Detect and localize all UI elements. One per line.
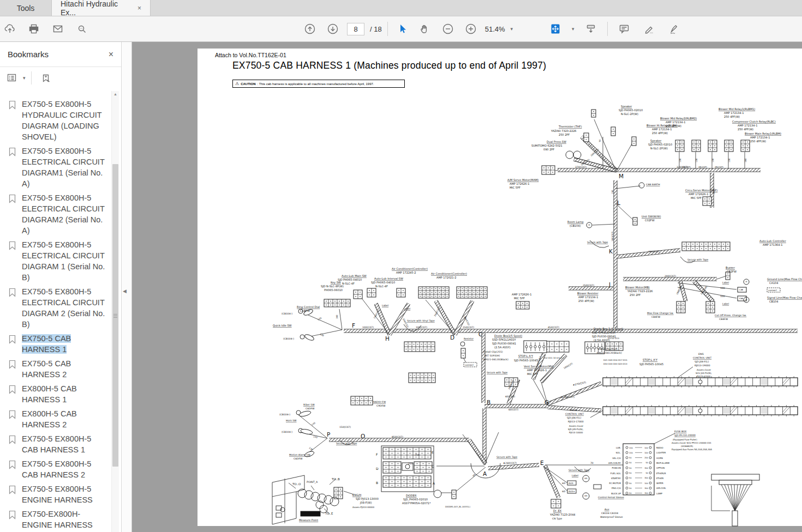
svg-text:★260(C07): ★260(C07)	[503, 462, 517, 464]
svg-text:B: B	[376, 481, 378, 485]
zoom-caret-icon[interactable]: ▾	[511, 26, 513, 32]
bookmarks-scrollbar[interactable]: ▲	[111, 91, 119, 532]
bookmark-item[interactable]: EX750-5 EX800H-5 ENGINE HARNESS	[0, 483, 110, 505]
svg-text:Secure with Tape: Secure with Tape	[587, 241, 608, 244]
svg-text:Label: Label	[382, 304, 388, 307]
svg-text:TO..O: TO..O	[292, 482, 301, 486]
page-number-input[interactable]: 8	[347, 23, 364, 35]
page-down-button[interactable]	[324, 20, 342, 38]
bookmark-item[interactable]: EX750-5 CAB HARNESS 2	[0, 358, 110, 380]
bookmark-item[interactable]: EX750-5 EX800H-5 ELECTRICAL CIRCUIT DIAG…	[0, 146, 110, 189]
svg-text:Measure Point: Measure Point	[299, 518, 318, 522]
svg-text:30A: 30A	[644, 477, 648, 479]
fit-page-button[interactable]	[547, 20, 564, 38]
fit-page-caret-icon[interactable]: ▾	[572, 26, 574, 32]
bookmark-item[interactable]: EX750-5 EX800H-5 ELECTRICAL CIRCUIT DIAG…	[0, 286, 110, 330]
svg-text:ETHER/R: ETHER/R	[656, 472, 666, 475]
svg-text:160: 160	[744, 158, 747, 162]
sidebar-divider	[31, 71, 32, 84]
pdf-page: Attach to Vol.No.TT162E-01 EX750-5 CAB H…	[197, 49, 802, 526]
bookmark-item[interactable]: EX800H-5 CAB HARNESS 1	[0, 383, 110, 405]
tab-close-icon[interactable]: ×	[137, 4, 141, 12]
caution-text: : This cab harness is applicable to all …	[258, 82, 374, 86]
svg-text:M: M	[589, 224, 590, 226]
svg-text:C9DFW: C9DFW	[376, 404, 386, 407]
svg-text:Air Conditioner(Controller): Air Conditioner(Controller)	[392, 267, 428, 270]
svg-text:N-SLC-4F: N-SLC-4F	[342, 282, 355, 285]
bookmark-item[interactable]: EX750-5 EX800H-5 CAB HARNESS 1	[0, 433, 110, 455]
svg-text:20A: 20A	[644, 457, 648, 459]
svg-text:130: 130	[711, 158, 714, 162]
bookmark-label: EX750-5 EX800H-5 HYDRAULIC CIRCUIT DIAGR…	[22, 100, 101, 141]
svg-text:AMP 172626-1: AMP 172626-1	[512, 293, 531, 296]
svg-text:TO..E: TO..E	[325, 512, 333, 515]
bookmark-list: EX750-5 EX800H-5 HYDRAULIC CIRCUIT DIAGR…	[0, 88, 110, 532]
print-button[interactable]	[25, 20, 43, 38]
svg-text:Label: Label	[722, 281, 729, 284]
svg-text:130: 130	[311, 421, 316, 426]
page-up-button[interactable]	[301, 20, 319, 38]
svg-text:PJ015-12000: PJ015-12000	[697, 375, 711, 378]
bookmark-options-button[interactable]	[3, 69, 21, 87]
svg-text:10A: 10A	[629, 452, 633, 454]
fit-page-icon	[549, 23, 561, 35]
comment-icon	[618, 23, 630, 35]
svg-text:Secure with Vinyl Tape: Secure with Vinyl Tape	[407, 319, 435, 322]
svg-text:SJD PH065-02010: SJD PH065-02010	[619, 108, 643, 112]
attach-note: Attach to Vol.No.TT162E-01	[215, 52, 286, 58]
svg-text:Diode Box 2 (5 Spool): Diode Box 2 (5 Spool)	[594, 327, 623, 331]
svg-text:SJD PH065-02010: SJD PH065-02010	[648, 143, 672, 146]
svg-text:Secure with Tape: Secure with Tape	[487, 371, 507, 374]
scroll-up-icon[interactable]: ▲	[112, 92, 119, 96]
svg-text:CAB EARTH: CAB EARTH	[646, 183, 660, 186]
svg-text:LUB.: LUB.	[616, 446, 621, 449]
bookmark-item[interactable]: EX750-5 EX800H-5 ELECTRICAL CIRCUIT DIAG…	[0, 192, 110, 236]
svg-text:SJD PH565-10045: SJD PH565-10045	[639, 362, 663, 366]
hand-tool-button[interactable]	[416, 20, 434, 38]
zoom-in-button[interactable]	[462, 20, 480, 38]
scrollbar-thumb[interactable]	[112, 164, 118, 467]
svg-text:connect: connect	[465, 364, 474, 366]
svg-text:AMP 172245-2: AMP 172245-2	[396, 271, 416, 274]
share-button[interactable]	[1, 20, 19, 38]
page-down-icon	[327, 23, 339, 35]
bookmark-item[interactable]: EX800H-5 CAB HARNESS 2	[0, 408, 110, 430]
new-bookmark-button[interactable]	[37, 69, 55, 87]
svg-text:AMP 172134-1: AMP 172134-1	[666, 120, 685, 124]
svg-text:130: 130	[308, 446, 313, 451]
svg-text:Blower Mid Relay1(RLBM1): Blower Mid Relay1(RLBM1)	[719, 107, 755, 111]
bookmark-item[interactable]: EX750-5 EX800H-5 HYDRAULIC CIRCUIT DIAGR…	[0, 99, 110, 142]
scroll-mode-button[interactable]	[582, 20, 600, 38]
toolbar-divider	[607, 22, 608, 36]
svg-text:150(C07): 150(C07)	[339, 426, 351, 428]
svg-text:N-SLC-2P(W): N-SLC-2P(W)	[621, 112, 638, 116]
bookmarks-close-icon[interactable]: ×	[109, 50, 113, 59]
search-button[interactable]	[73, 20, 91, 38]
bookmark-item[interactable]: EX750-5 EX800H-5 CAB HARNESS 2	[0, 458, 110, 480]
collapse-panel-icon[interactable]: ◀	[123, 288, 127, 294]
email-button[interactable]	[49, 20, 67, 38]
svg-text:MR: MR	[584, 477, 588, 480]
bookmark-item[interactable]: EX750-5 CAB HARNESS 1	[0, 333, 110, 355]
svg-text:N-SLC-4F: N-SLC-4F	[375, 285, 388, 288]
bookmark-item[interactable]: EX750-EX800H-ENGINE HARNESS	[0, 509, 110, 530]
svg-text:300(C11): 300(C11)	[463, 316, 470, 326]
svg-text:C: C	[478, 331, 482, 337]
zoom-out-button[interactable]	[439, 20, 457, 38]
tab-document[interactable]: Hitachi Hydraulic Ex... ×	[52, 0, 151, 16]
select-tool-button[interactable]	[393, 20, 411, 38]
sign-button[interactable]	[666, 20, 683, 38]
email-icon	[52, 23, 64, 35]
tab-tools[interactable]: Tools	[0, 0, 52, 16]
svg-text:MIC 5PF: MIC 5PF	[510, 186, 520, 189]
svg-text:E: E	[432, 450, 434, 454]
svg-text:Ring Control Dial: Ring Control Dial	[297, 305, 320, 309]
svg-text:Horn SW: Horn SW	[286, 419, 297, 422]
bookmark-item[interactable]: EX750-5 EX800H-5 ELECTRICAL CIRCUIT DIAG…	[0, 239, 110, 283]
bookmark-options-caret-icon[interactable]: ▾	[23, 75, 26, 81]
highlight-button[interactable]	[641, 20, 658, 38]
comment-button[interactable]	[615, 20, 633, 38]
zoom-level-value[interactable]: 51.4%	[485, 25, 505, 33]
svg-text:250 4PF(W): 250 4PF(W)	[738, 128, 753, 131]
svg-text:10A: 10A	[629, 447, 633, 449]
